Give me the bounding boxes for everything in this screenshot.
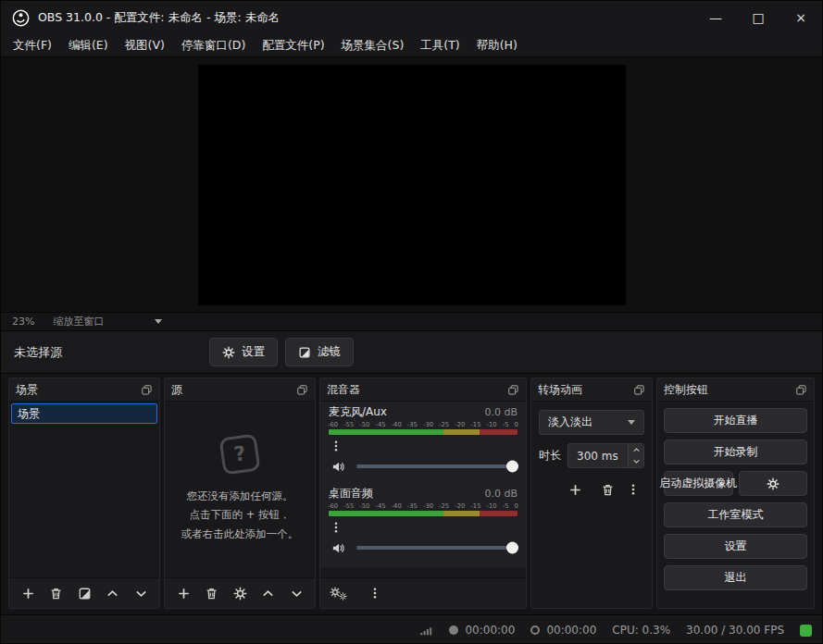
meter-tick: -20	[455, 502, 465, 510]
meter-tick: -60	[328, 502, 338, 510]
move-scene-down-button[interactable]	[131, 583, 151, 603]
menu-item-help[interactable]: 帮助(H)	[468, 35, 526, 56]
chevron-down-icon	[155, 319, 162, 324]
sources-empty-state: ? 您还没有添加任何源。 点击下面的 + 按钮， 或者右击此处添加一个。	[165, 402, 315, 577]
move-scene-up-button[interactable]	[103, 583, 123, 603]
remove-scene-button[interactable]	[46, 583, 67, 603]
question-mark-icon: ?	[218, 434, 260, 476]
mute-button[interactable]	[328, 456, 348, 477]
channel-menu-button[interactable]	[326, 436, 346, 456]
add-source-button[interactable]	[173, 583, 193, 603]
source-properties-button[interactable]	[230, 583, 250, 603]
dock-controls: 控制按钮 开始直播 开始录制 启动虚拟摄像机 工作室模式 设置 退出	[656, 378, 815, 609]
empty-line: 点击下面的 + 按钮，	[190, 505, 291, 524]
slider-handle[interactable]	[506, 461, 518, 473]
meter-tick: -5	[503, 502, 509, 510]
exit-button[interactable]: 退出	[664, 565, 807, 590]
zoom-mode-label: 缩放至窗口	[53, 315, 104, 328]
transition-menu-button[interactable]	[623, 479, 643, 500]
popout-icon[interactable]	[633, 384, 645, 396]
chevron-down-icon	[632, 457, 641, 465]
menu-item-profile[interactable]: 配置文件(P)	[254, 35, 332, 56]
mute-button[interactable]	[328, 538, 348, 558]
duration-value: 300 ms	[577, 450, 618, 463]
record-time: 00:00:00	[546, 624, 596, 637]
remove-source-button[interactable]	[202, 583, 222, 603]
virtual-camera-settings-button[interactable]	[739, 471, 808, 496]
close-button[interactable]: ×	[779, 1, 822, 34]
docks-area: 场景 场景 源 ?	[1, 374, 822, 614]
channel-menu-button[interactable]	[326, 517, 346, 538]
mixer-dock-title: 混音器	[327, 382, 360, 398]
empty-line: 或者右击此处添加一个。	[181, 525, 299, 543]
menu-item-edit[interactable]: 编辑(E)	[60, 35, 117, 56]
settings-button[interactable]: 设置	[664, 534, 807, 559]
source-toolbar: 未选择源 设置 滤镜	[1, 331, 822, 374]
dock-scenes: 场景 场景	[8, 378, 160, 609]
start-recording-button[interactable]: 开始录制	[664, 440, 807, 464]
minimize-button[interactable]: —	[694, 1, 737, 34]
popout-icon[interactable]	[795, 384, 807, 396]
popout-icon[interactable]	[507, 384, 519, 396]
maximize-button[interactable]: □	[737, 1, 779, 34]
meter-tick: -10	[487, 421, 497, 428]
mixer-menu-button[interactable]	[365, 583, 385, 603]
start-streaming-button[interactable]: 开始直播	[664, 408, 807, 433]
meter-tick: -45	[375, 502, 385, 510]
mixer-body: 麦克风/Aux 0.0 dB -60-55-50-45-40-35-30-25-…	[320, 402, 526, 577]
obs-logo-icon	[12, 9, 30, 27]
remove-transition-button[interactable]	[598, 479, 618, 500]
meter-tick: -30	[423, 502, 433, 510]
controls-dock-header: 控制按钮	[657, 378, 814, 402]
plus-icon	[21, 587, 35, 601]
stream-status-icon	[449, 625, 458, 635]
start-virtual-camera-button[interactable]: 启动虚拟摄像机	[664, 471, 733, 496]
sources-toolbar	[165, 577, 315, 608]
duration-up-button[interactable]	[629, 444, 643, 456]
meter-tick: -25	[439, 421, 449, 428]
add-transition-button[interactable]	[566, 479, 586, 500]
meter-tick: -30	[423, 421, 433, 428]
popout-icon[interactable]	[141, 384, 153, 396]
duration-label: 时长	[539, 448, 561, 464]
source-settings-button[interactable]: 设置	[209, 338, 278, 366]
source-filters-button[interactable]: 滤镜	[285, 338, 354, 366]
record-timer: 00:00:00	[530, 624, 596, 637]
gear-icon	[767, 477, 779, 490]
menu-item-tools[interactable]: 工具(T)	[412, 35, 468, 56]
menu-item-scene-collection[interactable]: 场景集合(S)	[333, 35, 413, 56]
source-list[interactable]: ? 您还没有添加任何源。 点击下面的 + 按钮， 或者右击此处添加一个。	[165, 402, 315, 577]
menu-item-view[interactable]: 视图(V)	[117, 35, 173, 56]
studio-mode-button[interactable]: 工作室模式	[664, 502, 807, 527]
volume-slider[interactable]	[356, 546, 517, 550]
network-signal-icon	[419, 624, 433, 638]
menu-item-docks[interactable]: 停靠窗口(D)	[173, 35, 254, 56]
transition-select[interactable]: 淡入淡出	[539, 410, 644, 435]
meter-tick: -10	[487, 502, 497, 510]
advanced-audio-button[interactable]	[329, 583, 349, 603]
trash-icon	[49, 587, 63, 601]
popout-icon[interactable]	[296, 384, 308, 396]
chevron-down-icon	[290, 587, 304, 601]
window-title: OBS 31.0.0 - 配置文件: 未命名 - 场景: 未命名	[38, 10, 280, 26]
move-source-down-button[interactable]	[286, 583, 306, 603]
meter-tick: -50	[359, 502, 369, 510]
add-scene-button[interactable]	[18, 583, 38, 603]
volume-slider[interactable]	[356, 464, 517, 468]
chevron-up-icon	[106, 587, 119, 601]
statusbar: 00:00:00 00:00:00 CPU: 0.3% 30.00 / 30.0…	[1, 614, 822, 644]
preview-canvas[interactable]	[198, 65, 626, 305]
gear-icon	[233, 587, 247, 601]
duration-input[interactable]: 300 ms	[567, 443, 644, 468]
menu-item-file[interactable]: 文件(F)	[5, 35, 60, 56]
duration-down-button[interactable]	[629, 456, 643, 468]
meter-tick: -35	[407, 502, 418, 510]
scene-list-item[interactable]: 场景	[11, 403, 157, 424]
scene-filters-button[interactable]	[74, 583, 94, 603]
meter-tick: -20	[455, 421, 465, 428]
slider-handle[interactable]	[506, 542, 518, 554]
source-filters-label: 滤镜	[318, 344, 341, 360]
zoom-mode-dropdown[interactable]: 缩放至窗口	[53, 315, 162, 328]
move-source-up-button[interactable]	[258, 583, 279, 603]
zoom-row: 23% 缩放至窗口	[1, 313, 822, 331]
